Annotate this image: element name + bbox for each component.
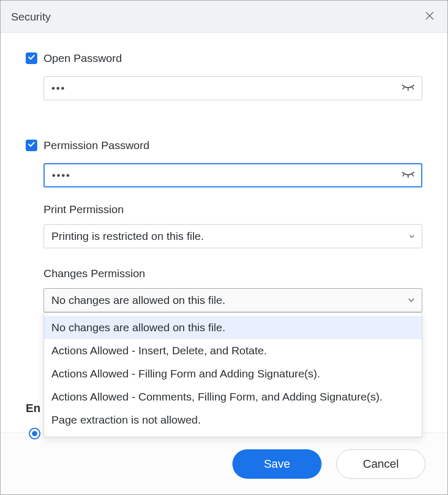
changes-option[interactable]: No changes are allowed on this file. (44, 316, 422, 339)
changes-permission-dropdown: No changes are allowed on this file. Act… (44, 312, 422, 437)
save-button[interactable]: Save (232, 449, 322, 479)
security-dialog: Security Open Password (0, 0, 448, 495)
open-password-visibility-toggle[interactable] (401, 83, 415, 93)
close-icon (425, 11, 434, 23)
permission-password-input[interactable] (44, 163, 422, 187)
check-icon (28, 141, 35, 150)
obscured-section-label: En (26, 402, 40, 415)
changes-option[interactable]: Actions Allowed - Comments, Filling Form… (44, 385, 422, 408)
print-permission-label: Print Permission (44, 203, 422, 216)
changes-permission-value: No changes are allowed on this file. (51, 294, 226, 307)
chevron-down-icon (408, 298, 414, 302)
close-button[interactable] (422, 9, 437, 24)
open-password-label: Open Password (44, 52, 122, 65)
open-password-checkbox[interactable] (26, 52, 37, 64)
changes-option[interactable]: Page extraction is not allowed. (44, 408, 422, 431)
eye-closed-icon (401, 83, 415, 93)
print-permission-section: Print Permission Printing is restricted … (26, 203, 422, 248)
eye-closed-icon (401, 170, 415, 181)
open-password-input[interactable] (44, 76, 422, 100)
changes-permission-label: Changes Permission (44, 267, 422, 280)
obscured-radio[interactable] (29, 428, 40, 439)
svg-line-5 (403, 175, 404, 176)
open-password-section: Open Password (26, 52, 422, 100)
dialog-content: Open Password (1, 33, 447, 433)
changes-permission-section: Changes Permission No changes are allowe… (26, 267, 422, 312)
svg-line-2 (403, 88, 404, 89)
print-permission-value: Printing is restricted on this file. (51, 230, 204, 243)
changes-option[interactable]: Actions Allowed - Insert, Delete, and Ro… (44, 339, 422, 362)
svg-line-7 (412, 175, 413, 176)
dialog-title: Security (11, 10, 51, 23)
cancel-button[interactable]: Cancel (336, 449, 425, 479)
permission-password-checkbox[interactable] (26, 140, 37, 151)
check-icon (28, 54, 35, 63)
changes-option[interactable]: Actions Allowed - Filling Form and Addin… (44, 362, 422, 385)
dialog-footer: Save Cancel (1, 433, 447, 494)
titlebar: Security (1, 1, 447, 33)
changes-permission-select[interactable]: No changes are allowed on this file. (44, 288, 422, 312)
permission-password-label: Permission Password (44, 139, 150, 152)
permission-password-visibility-toggle[interactable] (401, 170, 415, 181)
permission-password-section: Permission Password (26, 139, 422, 187)
chevron-down-icon (409, 235, 414, 238)
print-permission-select[interactable]: Printing is restricted on this file. (44, 224, 422, 248)
svg-line-4 (412, 88, 413, 89)
